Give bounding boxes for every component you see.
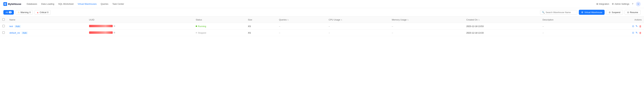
nav-right: ⊞ Integration ⚙ Admin Settings ? U — [596, 2, 641, 6]
row-name-col: test Auto — [7, 23, 87, 30]
row-description-col: – — [540, 30, 594, 36]
warehouse-name-link[interactable]: default_vw — [10, 32, 20, 34]
delete-action-icon[interactable]: 🗑 — [639, 25, 642, 28]
help-icon: ? — [632, 3, 633, 5]
row-cpu-col: – — [326, 30, 390, 36]
col-status: Status — [193, 17, 246, 23]
delete-action-icon[interactable]: 🗑 — [639, 31, 642, 34]
all-filter-label: All — [6, 11, 8, 14]
row-uuid-col: ⧉ — [87, 23, 194, 30]
row-size-col: XS — [246, 23, 277, 30]
uuid-bar — [89, 25, 113, 27]
integration-btn[interactable]: ⊞ Integration — [596, 3, 609, 5]
nav-databases[interactable]: Databases — [26, 3, 37, 5]
row-actions-col: ⊙ ✎ 🗑 — [594, 23, 644, 30]
edit-action-icon[interactable]: ✎ — [636, 25, 638, 28]
view-action-icon[interactable]: ⊙ — [632, 25, 634, 28]
uuid-bar — [89, 31, 113, 34]
auto-badge: Auto — [15, 25, 21, 28]
row-memory-col: – — [389, 23, 464, 30]
copy-icon[interactable]: ⧉ — [114, 25, 115, 27]
nav-task-center[interactable]: Task Center — [112, 3, 124, 5]
row-cpu-col: – — [326, 23, 390, 30]
create-btn-label: Virtual Warehouse — [584, 11, 602, 14]
nav-virtual-warehouses[interactable]: Virtual Warehouses — [78, 3, 97, 5]
help-btn[interactable]: ? — [632, 3, 633, 5]
integration-label: Integration — [599, 3, 609, 5]
resume-btn[interactable]: ⊙ Resume — [625, 10, 641, 15]
suspend-label: Suspend — [612, 11, 620, 14]
col-created-on[interactable]: Created On ⇅ — [464, 17, 540, 23]
nav-queries[interactable]: Queries — [101, 3, 108, 5]
brand-logo[interactable]: ByteHouse — [3, 2, 21, 6]
copy-icon[interactable]: ⧉ — [114, 31, 115, 34]
row-queries-col: – — [277, 23, 326, 30]
row-actions-col: ⊙ ✎ 🗑 — [594, 30, 644, 36]
navbar: ByteHouse Databases Data Loading SQL Wor… — [0, 0, 644, 8]
warning-filter-btn[interactable]: ⚠ Warning 0 — [16, 10, 33, 15]
resume-icon: ⊙ — [627, 11, 629, 14]
resume-label: Resume — [630, 11, 638, 14]
sort-icon: ⇅ — [407, 19, 408, 21]
col-memory-usage[interactable]: Memory Usage ⇅ — [389, 17, 464, 23]
critical-filter-count: 0 — [47, 11, 48, 14]
nav-data-loading[interactable]: Data Loading — [41, 3, 54, 5]
search-input[interactable] — [546, 11, 575, 14]
row-description-col: – — [540, 23, 594, 30]
sort-icon: ⇅ — [287, 19, 289, 21]
brand-name: ByteHouse — [8, 2, 21, 5]
row-status-col: Running — [193, 23, 246, 30]
warehouse-table: Name UUID Status Size Queries ⇅ CPU Usag… — [0, 17, 644, 36]
edit-action-icon[interactable]: ✎ — [636, 31, 638, 34]
col-name: Name — [7, 17, 87, 23]
avatar[interactable]: U — [636, 2, 641, 6]
col-cpu-usage[interactable]: CPU Usage ⇅ — [326, 17, 390, 23]
brand-icon — [3, 2, 7, 6]
create-virtual-warehouse-btn[interactable]: ⊕ Virtual Warehouse — [579, 10, 604, 15]
col-queries[interactable]: Queries ⇅ — [277, 17, 326, 23]
all-filter-count: 2 — [9, 11, 12, 13]
row-created-col: 2023-12-18 13:33 — [464, 30, 540, 36]
search-icon: 🔍 — [542, 11, 545, 14]
auto-badge: Auto — [22, 32, 28, 34]
warehouse-table-container: Name UUID Status Size Queries ⇅ CPU Usag… — [0, 17, 644, 36]
plus-icon: ⊕ — [581, 11, 583, 14]
critical-filter-label: Critical — [40, 11, 46, 14]
col-actions: Actions — [594, 17, 644, 23]
table-row: test Auto ⧉ Running XS — [0, 23, 644, 30]
warning-filter-count: 0 — [30, 11, 31, 14]
gear-icon: ⚙ — [612, 3, 614, 5]
nav-sql-worksheet[interactable]: SQL Worksheet — [58, 3, 74, 5]
suspend-icon: ⊙ — [609, 11, 611, 14]
table-row: default_vw Auto ⧉ Stopped XS — [0, 30, 644, 36]
all-filter-btn[interactable]: All 2 — [3, 10, 14, 15]
row-checkbox[interactable] — [2, 31, 5, 34]
warning-icon: ⚠ — [18, 11, 20, 14]
status-running: Running — [196, 25, 243, 27]
row-queries-col: – — [277, 30, 326, 36]
row-checkbox-col — [0, 30, 7, 36]
row-name-col: default_vw Auto — [7, 30, 87, 36]
warehouse-name-link[interactable]: test — [10, 25, 13, 27]
row-memory-col: – — [389, 30, 464, 36]
row-status-col: Stopped — [193, 30, 246, 36]
row-checkbox[interactable] — [2, 25, 5, 27]
integration-icon: ⊞ — [596, 3, 598, 5]
row-created-col: 2023-12-18 13:53 — [464, 23, 540, 30]
toolbar: All 2 ⚠ Warning 0 ▲ Critical 0 🔍 ⊕ Virtu… — [0, 8, 644, 17]
sort-icon: ⇅ — [341, 19, 342, 21]
select-all-checkbox[interactable] — [2, 18, 5, 21]
critical-icon: ▲ — [37, 11, 39, 14]
status-stopped: Stopped — [196, 32, 243, 34]
col-description: Description — [540, 17, 594, 23]
admin-settings-btn[interactable]: ⚙ Admin Settings — [612, 3, 629, 5]
row-size-col: XS — [246, 30, 277, 36]
critical-filter-btn[interactable]: ▲ Critical 0 — [34, 10, 51, 15]
warning-filter-label: Warning — [20, 11, 29, 14]
row-uuid-col: ⧉ — [87, 30, 194, 36]
suspend-btn[interactable]: ⊙ Suspend — [606, 10, 623, 15]
nav-links: Databases Data Loading SQL Worksheet Vir… — [26, 3, 591, 5]
select-all-col — [0, 17, 7, 23]
view-action-icon[interactable]: ⊙ — [632, 31, 634, 34]
table-header-row: Name UUID Status Size Queries ⇅ CPU Usag… — [0, 17, 644, 23]
